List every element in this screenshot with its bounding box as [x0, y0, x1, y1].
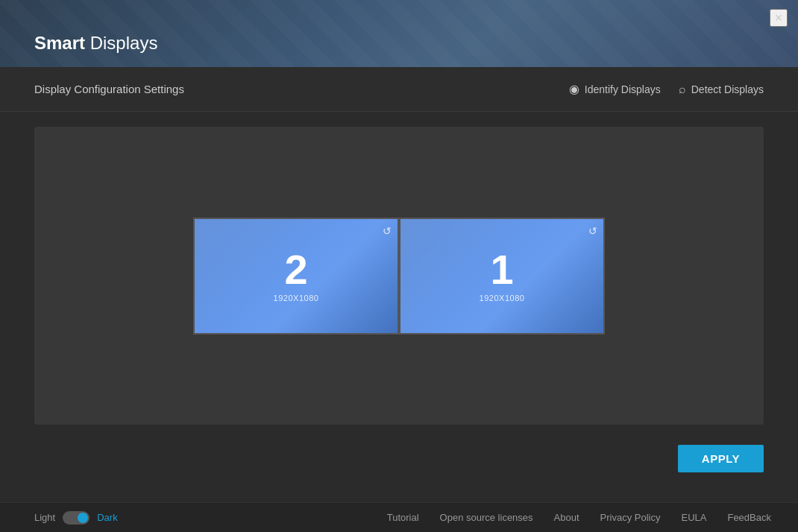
apply-button[interactable]: APPLY: [678, 445, 764, 472]
config-title: Display Configuration Settings: [34, 83, 184, 95]
close-button[interactable]: ×: [770, 9, 788, 27]
footer-left: Light Dark: [34, 511, 118, 525]
header: Smart Displays ×: [0, 0, 798, 67]
monitor-1-number: 1: [490, 249, 513, 291]
eye-icon: ◉: [569, 83, 579, 95]
monitor-1-resolution: 1920X1080: [480, 294, 525, 303]
app-title-bold: Smart: [34, 33, 85, 53]
close-icon: ×: [775, 10, 783, 26]
detect-displays-button[interactable]: ⌕ Detect Displays: [679, 83, 764, 95]
detect-displays-label: Detect Displays: [691, 83, 764, 95]
theme-toggle[interactable]: [63, 511, 89, 525]
footer-links: Tutorial Open source licenses About Priv…: [387, 512, 771, 523]
tutorial-link[interactable]: Tutorial: [387, 512, 419, 523]
open-source-link[interactable]: Open source licenses: [440, 512, 533, 523]
monitor-2-rotate-icon[interactable]: ↺: [383, 225, 392, 237]
config-actions: ◉ Identify Displays ⌕ Detect Displays: [569, 83, 764, 95]
feedback-link[interactable]: FeedBack: [727, 512, 771, 523]
bottom-bar: APPLY: [0, 440, 798, 477]
monitors-container: ↺ 2 1920X1080 ↺ 1 1920X1080: [193, 218, 605, 335]
about-link[interactable]: About: [554, 512, 579, 523]
app-title-rest: Displays: [85, 33, 157, 53]
eula-link[interactable]: EULA: [681, 512, 706, 523]
footer: Light Dark Tutorial Open source licenses…: [0, 502, 798, 532]
monitor-2-screen: ↺ 2 1920X1080: [195, 219, 398, 333]
search-icon: ⌕: [679, 83, 686, 95]
monitor-2-number: 2: [284, 249, 307, 291]
identify-displays-button[interactable]: ◉ Identify Displays: [569, 83, 661, 95]
monitor-1-screen: ↺ 1 1920X1080: [400, 219, 603, 333]
identify-displays-label: Identify Displays: [585, 83, 661, 95]
light-theme-label: Light: [34, 512, 55, 523]
monitor-2[interactable]: ↺ 2 1920X1080: [193, 218, 399, 335]
dark-theme-label: Dark: [97, 512, 117, 523]
app-title: Smart Displays: [34, 33, 157, 54]
config-bar: Display Configuration Settings ◉ Identif…: [0, 67, 798, 112]
theme-toggle-knob: [78, 513, 88, 523]
privacy-policy-link[interactable]: Privacy Policy: [600, 512, 661, 523]
display-area: ↺ 2 1920X1080 ↺ 1 1920X1080: [34, 127, 764, 425]
monitor-2-resolution: 1920X1080: [274, 294, 319, 303]
monitor-1[interactable]: ↺ 1 1920X1080: [399, 218, 605, 335]
monitor-1-rotate-icon[interactable]: ↺: [588, 225, 597, 237]
